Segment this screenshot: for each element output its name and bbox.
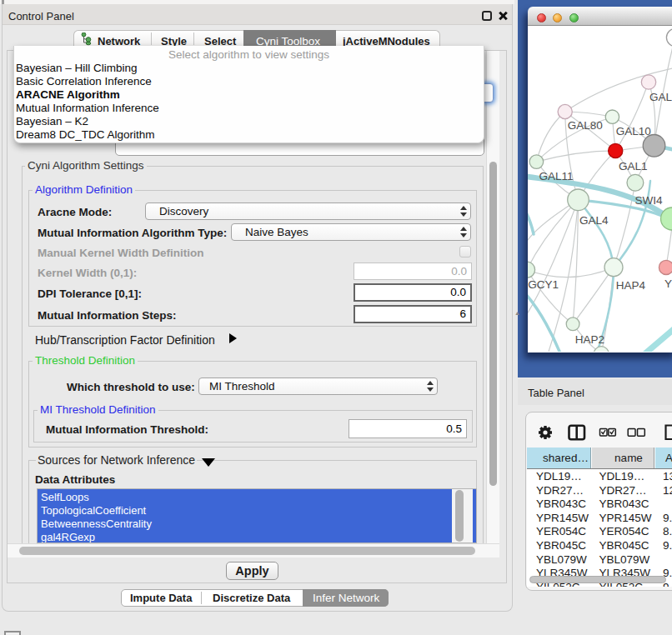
svg-text:GAL4: GAL4 [579, 214, 609, 227]
svg-text:GAL1: GAL1 [619, 160, 648, 172]
svg-text:SWI4: SWI4 [634, 194, 662, 207]
svg-text:GAL11: GAL11 [539, 170, 573, 182]
svg-text:YEL: YEL [664, 278, 672, 290]
svg-text:HAP4: HAP4 [616, 279, 646, 292]
svg-text:GCY1: GCY1 [528, 278, 559, 291]
svg-text:GAL2: GAL2 [649, 91, 672, 103]
svg-text:HAP2: HAP2 [575, 333, 604, 346]
svg-text:GAL10: GAL10 [616, 125, 651, 138]
svg-text:GAL80: GAL80 [568, 119, 603, 132]
